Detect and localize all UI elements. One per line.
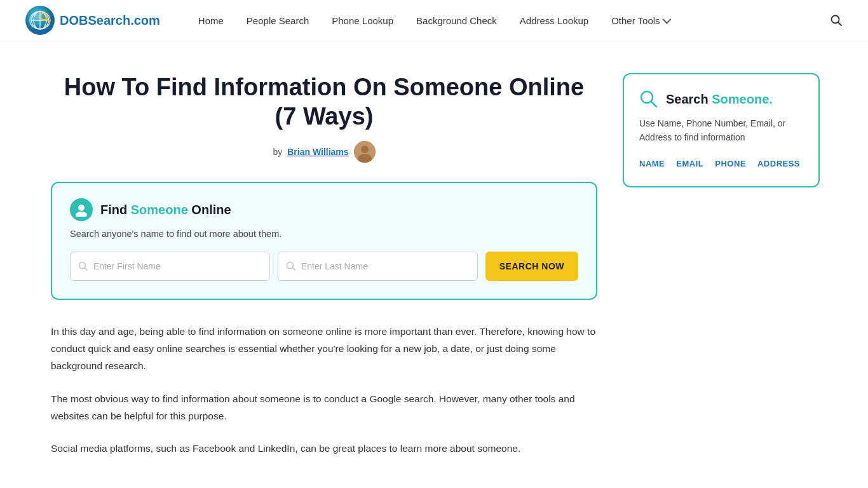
svg-point-11 — [361, 146, 369, 153]
widget-header: Find Someone Online — [70, 198, 578, 221]
search-now-button[interactable]: SEARCH NOW — [485, 252, 578, 281]
svg-line-16 — [85, 268, 88, 271]
sidebar-link-address[interactable]: ADDRESS — [757, 159, 800, 168]
last-name-input[interactable] — [301, 261, 470, 271]
last-name-input-wrap — [278, 252, 478, 281]
article-body: In this day and age, being able to find … — [51, 323, 597, 457]
author-prefix: by — [273, 147, 282, 157]
nav-home[interactable]: Home — [198, 15, 224, 26]
find-someone-widget: Find Someone Online Search anyone's name… — [51, 182, 597, 300]
sidebar-description: Use Name, Phone Number, Email, or Addres… — [639, 116, 803, 145]
svg-line-18 — [292, 268, 295, 271]
search-icon-last — [286, 261, 296, 271]
nav-phone-lookup[interactable]: Phone Lookup — [332, 15, 393, 26]
nav-people-search[interactable]: People Search — [247, 15, 309, 26]
nav-background-check[interactable]: Background Check — [416, 15, 497, 26]
logo-text: DOBSearch.com — [60, 13, 160, 28]
svg-point-14 — [76, 212, 87, 217]
article-paragraph-2: The most obvious way to find information… — [51, 390, 597, 424]
search-form: SEARCH NOW — [70, 252, 578, 281]
nav-other-tools[interactable]: Other Tools — [611, 15, 668, 26]
sidebar-card-title: Search Someone. — [666, 92, 773, 107]
first-name-input-wrap — [70, 252, 270, 281]
first-name-input[interactable] — [93, 261, 262, 271]
article-paragraph-1: In this day and age, being able to find … — [51, 323, 597, 374]
author-name: Brian Williams — [287, 147, 348, 157]
author-line: by Brian Williams — [51, 141, 597, 163]
sidebar-link-phone[interactable]: PHONE — [715, 159, 746, 168]
site-logo[interactable]: DOBSearch.com — [25, 6, 160, 35]
logo-icon — [25, 6, 55, 35]
sidebar-link-email[interactable]: EMAIL — [676, 159, 703, 168]
svg-point-8 — [832, 16, 839, 24]
search-icon[interactable] — [830, 14, 843, 27]
avatar — [354, 141, 376, 163]
sidebar: Search Someone. Use Name, Phone Number, … — [623, 73, 820, 472]
article-title: How To Find Information On Someone Onlin… — [51, 73, 597, 131]
sidebar-link-name[interactable]: NAME — [639, 159, 665, 168]
sidebar-search-icon — [639, 90, 658, 109]
widget-person-icon — [70, 198, 93, 221]
search-icon-first — [78, 261, 88, 271]
sidebar-search-links: NAME EMAIL PHONE ADDRESS — [639, 159, 803, 168]
svg-line-20 — [651, 102, 656, 107]
main-column: How To Find Information On Someone Onlin… — [51, 73, 597, 472]
article-paragraph-3: Social media platforms, such as Facebook… — [51, 440, 597, 457]
sidebar-card-header: Search Someone. — [639, 90, 803, 109]
widget-title: Find Someone Online — [100, 203, 231, 217]
widget-description: Search anyone's name to find out more ab… — [70, 229, 578, 239]
author-link[interactable]: Brian Williams — [287, 147, 348, 157]
nav-address-lookup[interactable]: Address Lookup — [520, 15, 588, 26]
chevron-down-icon — [662, 15, 671, 24]
svg-line-9 — [839, 23, 842, 26]
page-content: How To Find Information On Someone Onlin… — [0, 41, 868, 488]
site-header: DOBSearch.com Home People Search Phone L… — [0, 0, 868, 41]
sidebar-search-card: Search Someone. Use Name, Phone Number, … — [623, 73, 820, 187]
svg-point-13 — [78, 205, 85, 211]
main-nav: Home People Search Phone Lookup Backgrou… — [198, 14, 843, 27]
